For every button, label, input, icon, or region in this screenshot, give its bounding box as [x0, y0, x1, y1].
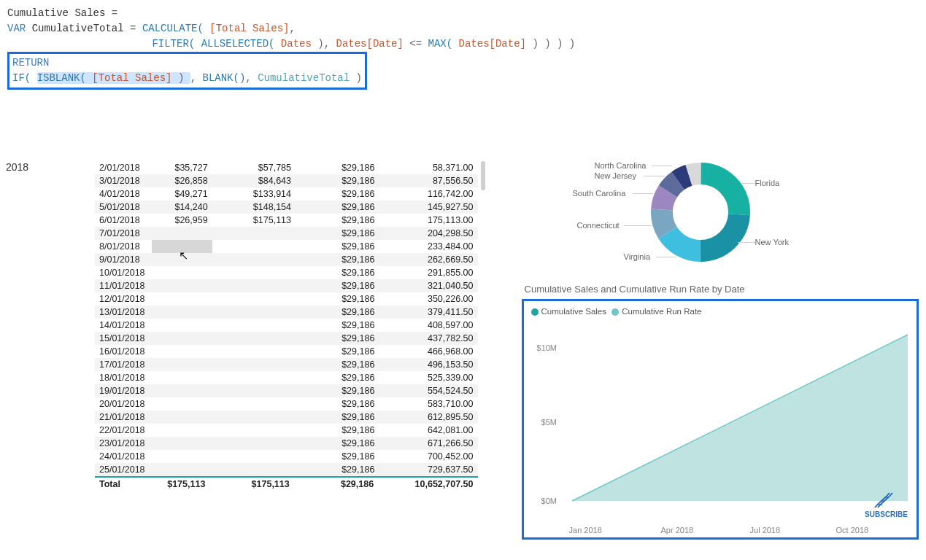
date-cell: 11/01/2018	[95, 279, 152, 292]
data-table[interactable]: 2/01/2018$35,727$57,785$29,18658,371.003…	[95, 161, 478, 491]
date-cell: 6/01/2018	[95, 214, 152, 227]
value-cell: 262,669.50	[379, 253, 477, 266]
value-cell	[152, 345, 212, 358]
subscribe-watermark: SUBSCRIBE	[865, 491, 908, 518]
x-tick-jul: Jul 2018	[750, 526, 781, 534]
value-cell	[212, 358, 296, 371]
table-row[interactable]: 10/01/2018$29,186291,855.00	[95, 266, 478, 279]
value-cell: $14,240	[152, 201, 212, 214]
table-row[interactable]: 22/01/2018$29,186642,081.00	[95, 424, 478, 437]
table-row[interactable]: 13/01/2018$29,186379,411.50	[95, 306, 478, 319]
date-cell: 3/01/2018	[95, 174, 152, 187]
value-cell: $29,186	[296, 424, 379, 437]
date-cell: 17/01/2018	[95, 358, 152, 371]
area-chart[interactable]: Cumulative Sales Cumulative Run Rate $10…	[522, 299, 919, 540]
value-cell: $29,186	[296, 384, 379, 397]
value-cell: 291,855.00	[379, 266, 477, 279]
formula-line-5: IF( ISBLANK( [Total Sales] ) , BLANK(), …	[12, 71, 362, 86]
donut-label-new-york: New York	[755, 238, 789, 246]
date-cell: 10/01/2018	[95, 266, 152, 279]
value-cell: $49,271	[152, 187, 212, 201]
value-cell	[212, 450, 296, 463]
date-cell: 19/01/2018	[95, 384, 152, 397]
value-cell: 671,266.50	[379, 437, 477, 450]
y-tick-0m: $0M	[541, 497, 557, 505]
x-tick-jan: Jan 2018	[569, 526, 602, 534]
value-cell	[212, 306, 296, 319]
table-row[interactable]: 11/01/2018$29,186321,040.50	[95, 279, 478, 292]
value-cell	[212, 345, 296, 358]
date-cell: 21/01/2018	[95, 411, 152, 424]
value-cell	[212, 397, 296, 411]
year-slicer-label[interactable]: 2018	[6, 161, 28, 173]
date-cell: 14/01/2018	[95, 319, 152, 332]
table-row[interactable]: 14/01/2018$29,186408,597.00	[95, 319, 478, 332]
date-cell: 15/01/2018	[95, 332, 152, 345]
value-cell: $29,186	[296, 174, 379, 187]
donut-label-new-jersey: New Jersey	[595, 171, 636, 180]
value-cell	[212, 424, 296, 437]
value-cell: $29,186	[296, 306, 379, 319]
table-row[interactable]: 21/01/2018$29,186612,895.50	[95, 411, 478, 424]
table-row[interactable]: 23/01/2018$29,186671,266.50	[95, 437, 478, 450]
value-cell: $29,186	[296, 358, 379, 371]
table-row[interactable]: 18/01/2018$29,186525,339.00	[95, 371, 478, 384]
donut-chart[interactable]: North Carolina New Jersey South Carolina…	[522, 161, 919, 278]
value-cell: 583,710.00	[379, 397, 477, 411]
value-cell	[212, 411, 296, 424]
value-cell: 350,226.00	[379, 292, 477, 306]
value-cell: $35,727	[152, 161, 212, 174]
value-cell: $133,914	[212, 187, 296, 201]
table-row[interactable]: 2/01/2018$35,727$57,785$29,18658,371.00	[95, 161, 478, 174]
x-tick-oct: Oct 2018	[836, 526, 869, 534]
value-cell: 58,371.00	[379, 161, 477, 174]
value-cell	[212, 292, 296, 306]
table-row[interactable]: 25/01/2018$29,186729,637.50	[95, 463, 478, 476]
dna-icon	[873, 491, 900, 509]
table-row[interactable]: 8/01/2018$29,186233,484.00	[95, 240, 478, 253]
date-cell: 8/01/2018	[95, 240, 152, 253]
table-row[interactable]: 7/01/2018$29,186204,298.50	[95, 227, 478, 240]
value-cell: $29,186	[296, 253, 379, 266]
table-row[interactable]: 9/01/2018$29,186262,669.50	[95, 253, 478, 266]
value-cell	[212, 463, 296, 476]
value-cell	[152, 306, 212, 319]
table-row[interactable]: 20/01/2018$29,186583,710.00	[95, 397, 478, 411]
date-cell: 9/01/2018	[95, 253, 152, 266]
value-cell	[152, 319, 212, 332]
table-row[interactable]: 24/01/2018$29,186700,452.00	[95, 450, 478, 463]
area-chart-svg	[528, 320, 908, 510]
value-cell: 642,081.00	[379, 424, 477, 437]
value-cell: 116,742.00	[379, 187, 477, 201]
date-cell: 2/01/2018	[95, 161, 152, 174]
table-row[interactable]: 3/01/2018$26,858$84,643$29,18687,556.50	[95, 174, 478, 187]
value-cell	[212, 437, 296, 450]
value-cell	[212, 332, 296, 345]
table-row[interactable]: 5/01/2018$14,240$148,154$29,186145,927.5…	[95, 201, 478, 214]
value-cell	[212, 253, 296, 266]
table-total-row: Total $175,113 $175,113 $29,186 10,652,7…	[95, 477, 478, 491]
table-row[interactable]: 4/01/2018$49,271$133,914$29,186116,742.0…	[95, 187, 478, 201]
table-row[interactable]: 17/01/2018$29,186496,153.50	[95, 358, 478, 371]
value-cell: $29,186	[296, 463, 379, 476]
value-cell	[152, 332, 212, 345]
scrollbar-thumb[interactable]	[481, 161, 485, 190]
formula-line-1: Cumulative Sales =	[7, 6, 919, 21]
table-row[interactable]: 16/01/2018$29,186466,968.00	[95, 345, 478, 358]
y-tick-5m: $5M	[541, 418, 557, 427]
date-cell: 13/01/2018	[95, 306, 152, 319]
table-row[interactable]: 12/01/2018$29,186350,226.00	[95, 292, 478, 306]
formula-editor[interactable]: Cumulative Sales = VAR CumulativeTotal =…	[0, 0, 926, 96]
table-row[interactable]: 19/01/2018$29,186554,524.50	[95, 384, 478, 397]
table-row[interactable]: 15/01/2018$29,186437,782.50	[95, 332, 478, 345]
value-cell: $29,186	[296, 292, 379, 306]
value-cell: $29,186	[296, 332, 379, 345]
value-cell: $29,186	[296, 279, 379, 292]
table-row[interactable]: 6/01/2018$26,959$175,113$29,186175,113.0…	[95, 214, 478, 227]
value-cell: $29,186	[296, 201, 379, 214]
date-cell: 4/01/2018	[95, 187, 152, 201]
value-cell: 729,637.50	[379, 463, 477, 476]
formula-highlight-box: RETURN IF( ISBLANK( [Total Sales] ) , BL…	[7, 52, 367, 90]
value-cell: $29,186	[296, 319, 379, 332]
date-cell: 18/01/2018	[95, 371, 152, 384]
